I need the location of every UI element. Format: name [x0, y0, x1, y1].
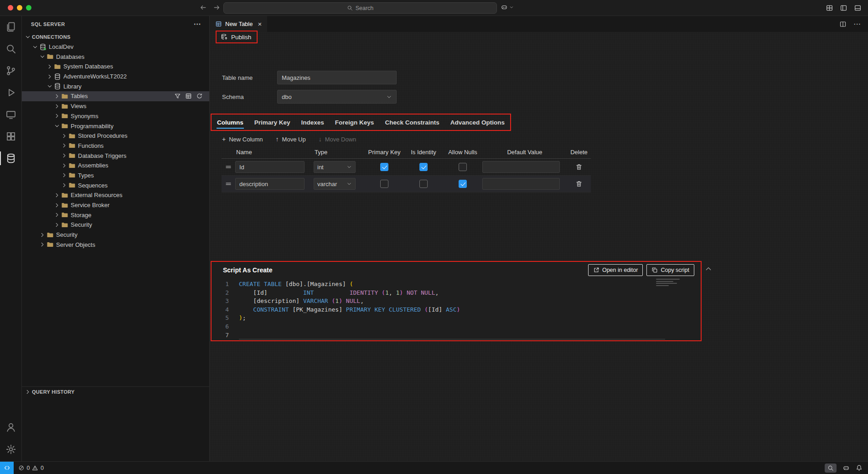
activity-search-icon[interactable]: [0, 38, 22, 60]
refresh-icon[interactable]: [196, 93, 203, 99]
allow-nulls-checkbox[interactable]: [459, 163, 467, 171]
zoom-status-button[interactable]: [825, 464, 837, 473]
tree-item-databases[interactable]: Databases: [22, 52, 209, 62]
tree-item-views[interactable]: Views: [22, 101, 209, 111]
tree-item-functions[interactable]: Functions: [22, 141, 209, 151]
tree-item-adventureworkslt2022[interactable]: AdventureWorksLT2022: [22, 72, 209, 82]
table-properties-form: Table name Schema dbo: [222, 71, 397, 109]
toggle-sidebar-icon[interactable]: [840, 4, 847, 12]
code-line-7[interactable]: 7: [212, 331, 701, 340]
close-window-button[interactable]: [8, 5, 13, 10]
tree-item-assemblies[interactable]: Assemblies: [22, 161, 209, 171]
designer-tab-check-constraints[interactable]: Check Constraints: [379, 115, 444, 130]
tree-item-security[interactable]: Security: [22, 230, 209, 240]
tree-item-external-resources[interactable]: External Resources: [22, 190, 209, 200]
toggle-panel-icon[interactable]: [854, 4, 862, 12]
tree-item-programmability[interactable]: Programmability: [22, 121, 209, 131]
new-column-button[interactable]: +New Column: [222, 136, 263, 143]
drag-handle-icon[interactable]: [225, 180, 232, 188]
tree-item-connections[interactable]: CONNECTIONS: [22, 32, 209, 42]
script-code[interactable]: 1CREATE TABLE [dbo].[Magazines] (2 [Id] …: [212, 280, 701, 340]
code-line-6[interactable]: 6: [212, 323, 701, 331]
allow-nulls-checkbox[interactable]: [459, 180, 467, 188]
filter-icon[interactable]: [174, 93, 181, 99]
is-identity-checkbox[interactable]: [419, 163, 428, 171]
column-type-select[interactable]: varchar: [314, 178, 356, 190]
problems-status[interactable]: 0 0: [14, 465, 48, 471]
twisty-right-icon: [54, 222, 60, 228]
activity-source-control-icon[interactable]: [0, 60, 22, 82]
copy-script-button[interactable]: Copy script: [646, 264, 694, 276]
close-tab-icon[interactable]: ×: [258, 21, 262, 27]
tree-item-system-databases[interactable]: System Databases: [22, 62, 209, 72]
sidebar-more-actions-icon[interactable]: ⋯: [194, 21, 201, 28]
tree-item-stored-procedures[interactable]: Stored Procedures: [22, 131, 209, 141]
minimize-window-button[interactable]: [17, 5, 22, 10]
publish-button[interactable]: Publish: [221, 33, 251, 41]
primary-key-checkbox[interactable]: [380, 180, 388, 188]
column-type-select[interactable]: int: [314, 161, 356, 173]
customize-layout-icon[interactable]: [826, 4, 833, 12]
designer-tab-columns[interactable]: Columns: [212, 115, 249, 130]
query-history-section[interactable]: QUERY HISTORY: [22, 386, 209, 397]
code-line-3[interactable]: 3 [description] VARCHAR (1) NULL,: [212, 297, 701, 306]
tree-item-storage[interactable]: Storage: [22, 210, 209, 220]
tree-item-tables[interactable]: Tables: [22, 91, 209, 101]
default-value-input[interactable]: [482, 161, 560, 173]
grid-header-is-identity: Is Identity: [404, 149, 443, 156]
split-editor-icon[interactable]: [839, 21, 847, 28]
designer-tab-indexes[interactable]: Indexes: [296, 115, 330, 130]
code-line-2[interactable]: 2 [Id] INT IDENTITY (1, 1) NOT NULL,: [212, 289, 701, 297]
tree-item-types[interactable]: Types: [22, 171, 209, 181]
activity-explorer-icon[interactable]: [0, 16, 22, 38]
activity-run-debug-icon[interactable]: [0, 82, 22, 104]
default-value-input[interactable]: [482, 178, 560, 190]
delete-row-icon[interactable]: [575, 180, 583, 188]
table-name-input[interactable]: [277, 71, 397, 84]
drag-handle-icon[interactable]: [225, 163, 232, 171]
zoom-window-button[interactable]: [26, 5, 31, 10]
tree-item-library[interactable]: Library: [22, 81, 209, 91]
code-line-4[interactable]: 4 CONSTRAINT [PK_Magazines] PRIMARY KEY …: [212, 306, 701, 314]
column-name-input[interactable]: [235, 178, 305, 190]
activity-extensions-icon[interactable]: [0, 125, 22, 147]
activity-settings-gear-icon[interactable]: [0, 438, 22, 460]
activity-remote-explorer-icon[interactable]: [0, 104, 22, 125]
activity-account-icon[interactable]: [0, 417, 22, 438]
tree-item-label: LocalDev: [49, 43, 73, 50]
copilot-menu-button[interactable]: [501, 4, 514, 11]
tree-item-sequences[interactable]: Sequences: [22, 180, 209, 190]
delete-row-icon[interactable]: [575, 163, 583, 171]
open-in-editor-button[interactable]: Open in editor: [588, 264, 643, 276]
command-center-search[interactable]: Search: [223, 2, 497, 14]
tree-item-database-triggers[interactable]: Database Triggers: [22, 151, 209, 161]
remote-indicator[interactable]: [0, 462, 14, 474]
primary-key-checkbox[interactable]: [380, 163, 388, 171]
copilot-status-icon[interactable]: [842, 464, 850, 472]
tree-item-synonyms[interactable]: Synonyms: [22, 111, 209, 121]
editor-more-actions-icon[interactable]: ⋯: [853, 21, 861, 28]
activity-sql-server-icon[interactable]: [0, 147, 22, 169]
code-line-5[interactable]: 5);: [212, 314, 701, 323]
open-external-icon: [593, 267, 599, 273]
tree-item-security[interactable]: Security: [22, 220, 209, 230]
schema-select[interactable]: dbo: [277, 90, 397, 104]
tab-new-table[interactable]: New Table ×: [210, 16, 267, 32]
tree-item-localdev[interactable]: LocalDev: [22, 42, 209, 52]
notifications-bell-icon[interactable]: [856, 464, 863, 471]
column-name-input[interactable]: [235, 161, 305, 173]
copilot-icon: [501, 4, 508, 11]
is-identity-checkbox[interactable]: [419, 180, 428, 188]
move-up-button[interactable]: ↑Move Up: [276, 136, 306, 143]
table-grid-icon[interactable]: [185, 93, 192, 99]
tree-item-server-objects[interactable]: Server Objects: [22, 240, 209, 250]
designer-tab-foreign-keys[interactable]: Foreign Keys: [330, 115, 380, 130]
chevron-up-icon[interactable]: [704, 265, 713, 273]
designer-tab-primary-key[interactable]: Primary Key: [249, 115, 296, 130]
code-line-1[interactable]: 1CREATE TABLE [dbo].[Magazines] (: [212, 280, 701, 289]
back-icon[interactable]: [199, 4, 207, 11]
tree-item-service-broker[interactable]: Service Broker: [22, 200, 209, 210]
forward-icon[interactable]: [213, 4, 221, 11]
publish-database-icon: [221, 33, 228, 41]
designer-tab-advanced-options[interactable]: Advanced Options: [445, 115, 510, 130]
